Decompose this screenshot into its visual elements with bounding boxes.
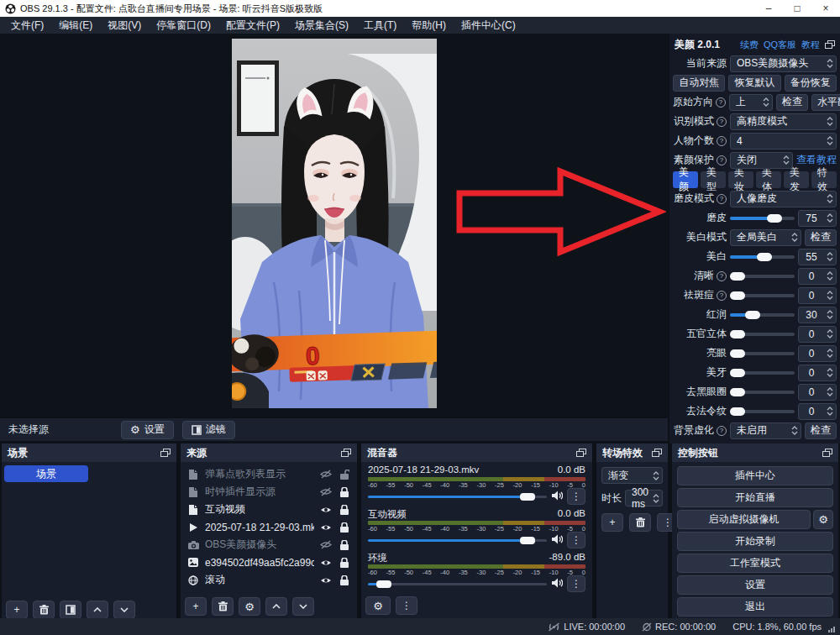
nasolabial-slider[interactable] bbox=[730, 403, 795, 420]
brighteyes-slider[interactable] bbox=[730, 345, 795, 362]
unlock-icon[interactable] bbox=[338, 470, 351, 480]
eye-off-icon[interactable] bbox=[319, 470, 333, 479]
eye-icon[interactable] bbox=[319, 559, 333, 567]
tutorial-link[interactable]: 教程 bbox=[801, 39, 820, 51]
info-icon[interactable]: ? bbox=[717, 194, 727, 204]
darkcircles-slider[interactable] bbox=[730, 384, 795, 401]
clarity-slider[interactable] bbox=[730, 268, 795, 285]
rosy-value-box[interactable]: 30 bbox=[798, 307, 837, 323]
backup-restore-button[interactable]: 备份恢复 bbox=[785, 75, 837, 92]
maximize-button[interactable]: □ bbox=[783, 0, 811, 17]
popout-icon[interactable] bbox=[576, 449, 586, 458]
scene-filters-button[interactable] bbox=[60, 601, 81, 619]
menu-view[interactable]: 视图(V) bbox=[100, 17, 149, 34]
tab-beauty[interactable]: 美颜 bbox=[673, 171, 698, 188]
menu-file[interactable]: 文件(F) bbox=[3, 17, 51, 34]
info-icon[interactable]: ? bbox=[717, 426, 727, 436]
smooth-value-box[interactable]: 75 bbox=[798, 210, 837, 227]
whiten-slider[interactable] bbox=[730, 249, 795, 265]
settings-button[interactable]: 设置 bbox=[677, 575, 833, 595]
transition-select[interactable]: 渐变 bbox=[601, 467, 663, 484]
menu-scene-collection[interactable]: 场景集合(S) bbox=[287, 17, 356, 34]
menu-docks[interactable]: 停靠窗口(D) bbox=[149, 17, 218, 34]
exit-button[interactable]: 退出 bbox=[677, 597, 833, 617]
scene-item-selected[interactable]: 场景 bbox=[4, 465, 88, 482]
spinner-arrows-icon[interactable] bbox=[824, 134, 836, 149]
teeth-slider[interactable] bbox=[730, 365, 795, 381]
menu-profile[interactable]: 配置文件(P) bbox=[218, 17, 287, 34]
smooth-slider[interactable] bbox=[730, 210, 795, 227]
start-virtual-camera-button[interactable]: 启动虚拟摄像机 bbox=[677, 510, 811, 529]
lock-icon[interactable] bbox=[338, 558, 351, 568]
autofocus-button[interactable]: 自动对焦 bbox=[673, 75, 725, 92]
speaker-icon[interactable] bbox=[551, 534, 563, 547]
popout-icon[interactable] bbox=[825, 40, 835, 50]
source-row[interactable]: 时钟插件显示源 bbox=[181, 483, 357, 501]
info-icon[interactable]: ? bbox=[717, 271, 727, 281]
start-recording-button[interactable]: 开始录制 bbox=[677, 532, 833, 551]
studio-mode-button[interactable]: 工作室模式 bbox=[677, 554, 833, 573]
eye-off-icon[interactable] bbox=[319, 487, 333, 496]
menu-help[interactable]: 帮助(H) bbox=[404, 17, 454, 34]
advanced-audio-button[interactable]: ⚙ bbox=[365, 596, 391, 615]
popout-icon[interactable] bbox=[822, 449, 832, 458]
teeth-value-box[interactable]: 0 bbox=[798, 365, 837, 381]
preview-canvas[interactable]: 0 bbox=[0, 34, 668, 417]
tab-hair[interactable]: 美发 bbox=[784, 171, 809, 188]
lock-icon[interactable] bbox=[338, 505, 351, 515]
recognition-select[interactable]: 高精度模式 bbox=[730, 113, 837, 130]
blemish-slider[interactable] bbox=[730, 287, 795, 304]
move-scene-down-button[interactable] bbox=[113, 601, 135, 619]
speaker-icon[interactable] bbox=[551, 578, 563, 590]
source-row[interactable]: 滚动 bbox=[181, 571, 357, 589]
renew-link[interactable]: 续费 bbox=[740, 39, 759, 51]
start-streaming-button[interactable]: 开始直播 bbox=[677, 488, 833, 507]
source-row[interactable]: 2025-07-18 21-29-03.mkv bbox=[181, 518, 357, 536]
hflip-button[interactable]: 水平翻转 bbox=[811, 94, 840, 111]
source-filters-button[interactable]: 滤镜 bbox=[182, 421, 235, 439]
source-properties-gear-button[interactable]: ⚙ bbox=[239, 597, 260, 616]
info-icon[interactable]: ? bbox=[716, 97, 726, 108]
tab-shape[interactable]: 美型 bbox=[701, 171, 726, 188]
close-button[interactable]: × bbox=[811, 0, 840, 17]
duration-spinner[interactable]: 300 ms bbox=[625, 490, 663, 506]
source-row[interactable]: OBS美颜摄像头 bbox=[181, 536, 357, 554]
speaker-icon[interactable] bbox=[551, 491, 563, 503]
minimize-button[interactable]: – bbox=[754, 0, 783, 17]
menu-edit[interactable]: 编辑(E) bbox=[51, 17, 100, 34]
plugin-center-button[interactable]: 插件中心 bbox=[677, 466, 833, 485]
remove-transition-button[interactable] bbox=[629, 513, 651, 532]
move-source-down-button[interactable] bbox=[292, 597, 314, 616]
eye-icon[interactable] bbox=[319, 523, 333, 532]
channel-menu-button[interactable]: ⋮ bbox=[567, 488, 585, 505]
info-icon[interactable]: ? bbox=[717, 117, 727, 127]
source-row[interactable]: 互动视频 bbox=[181, 501, 357, 518]
lock-icon[interactable] bbox=[338, 522, 351, 533]
qq-support-link[interactable]: QQ客服 bbox=[764, 39, 796, 51]
channel-menu-button[interactable]: ⋮ bbox=[567, 532, 585, 548]
add-transition-button[interactable]: + bbox=[601, 513, 623, 532]
brighteyes-value-box[interactable]: 0 bbox=[798, 345, 837, 362]
whiten-value-box[interactable]: 55 bbox=[798, 249, 837, 265]
smooth-mode-select[interactable]: 人像磨皮 bbox=[730, 191, 837, 207]
spinner-arrows-icon[interactable] bbox=[650, 491, 662, 506]
protect-select[interactable]: 关闭 bbox=[730, 152, 793, 169]
add-source-button[interactable]: + bbox=[185, 597, 207, 616]
eye-off-icon[interactable] bbox=[319, 540, 333, 549]
orientation-select[interactable]: 上 bbox=[729, 94, 773, 111]
popout-icon[interactable] bbox=[160, 449, 171, 458]
bg-blur-check-button[interactable]: 检查 bbox=[805, 422, 837, 439]
move-scene-up-button[interactable] bbox=[87, 601, 108, 619]
source-row[interactable]: e394502df49aa5fc2a99cd2e7c bbox=[181, 554, 357, 571]
orientation-check-button[interactable]: 检查 bbox=[776, 94, 808, 111]
current-source-select[interactable]: OBS美颜摄像头 bbox=[730, 55, 837, 72]
nasolabial-value-box[interactable]: 0 bbox=[798, 403, 837, 420]
popout-icon[interactable] bbox=[341, 449, 351, 458]
restore-default-button[interactable]: 恢复默认 bbox=[728, 75, 780, 92]
person-count-spinner[interactable]: 4 bbox=[730, 133, 837, 150]
tab-makeup[interactable]: 美妆 bbox=[728, 171, 753, 188]
lock-icon[interactable] bbox=[338, 575, 351, 585]
mixer-menu-button[interactable]: ⋮ bbox=[396, 596, 417, 615]
blemish-value-box[interactable]: 0 bbox=[798, 287, 837, 304]
source-row[interactable]: 弹幕点歌列表显示 bbox=[181, 465, 357, 483]
